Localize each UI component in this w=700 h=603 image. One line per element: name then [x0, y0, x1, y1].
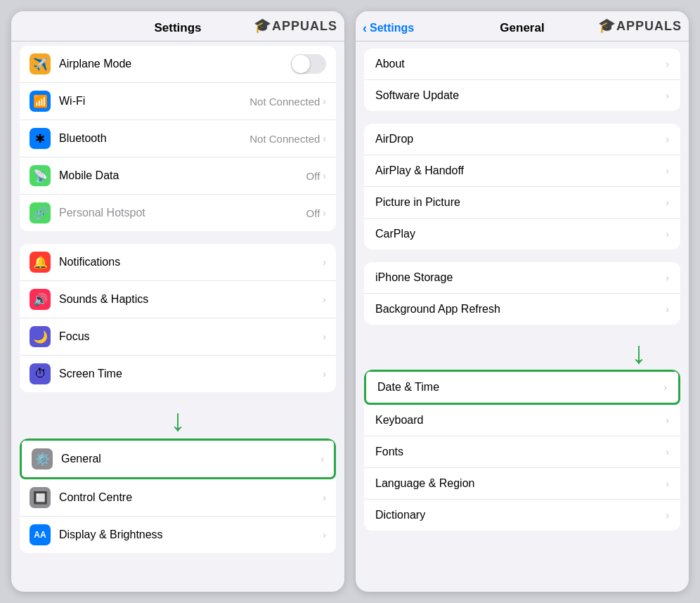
screentime-label: Screen Time: [59, 368, 323, 380]
about-label: About: [375, 58, 666, 70]
left-settings-list: ✈️ Airplane Mode 📶 Wi-Fi Not Connected ›…: [11, 41, 344, 592]
mobile-data-value: Off: [306, 170, 320, 182]
fonts-row[interactable]: Fonts ›: [364, 436, 680, 468]
right-settings-list: About › Software Update › AirDrop › AirP…: [356, 41, 689, 592]
right-title: General: [500, 21, 544, 35]
bluetooth-value: Not Connected: [249, 133, 320, 145]
date-time-label: Date & Time: [377, 381, 663, 394]
airplay-label: AirPlay & Handoff: [375, 164, 666, 177]
wifi-value: Not Connected: [249, 96, 320, 108]
right-green-arrow: ↓: [356, 337, 689, 368]
time-group: Date & Time › Keyboard › Fonts › Languag…: [364, 370, 680, 531]
display-icon: AA: [30, 524, 51, 545]
wifi-icon: 📶: [30, 91, 51, 112]
main-container: Settings 🎓APPUALS ✈️ Airplane Mode 📶 Wi-…: [0, 0, 700, 603]
software-update-label: Software Update: [375, 89, 666, 102]
about-group: About › Software Update ›: [364, 48, 680, 111]
notifications-label: Notifications: [59, 256, 323, 268]
dictionary-chevron: ›: [666, 510, 669, 521]
mobile-data-row[interactable]: 📡 Mobile Data Off ›: [20, 157, 336, 195]
sounds-icon: 🔊: [30, 289, 51, 310]
airplane-mode-row[interactable]: ✈️ Airplane Mode: [20, 46, 336, 83]
focus-label: Focus: [59, 330, 323, 343]
hotspot-icon: 🔗: [30, 202, 51, 223]
wifi-chevron: ›: [323, 96, 326, 107]
general-icon: ⚙️: [32, 448, 53, 469]
notifications-chevron: ›: [323, 257, 326, 268]
airdrop-row[interactable]: AirDrop ›: [364, 124, 680, 155]
display-row[interactable]: AA Display & Brightness ›: [20, 517, 336, 553]
date-time-chevron: ›: [663, 382, 667, 393]
notifications-icon: 🔔: [30, 252, 51, 273]
bg-refresh-row[interactable]: Background App Refresh ›: [364, 294, 680, 325]
wifi-row[interactable]: 📶 Wi-Fi Not Connected ›: [20, 83, 336, 120]
mobile-data-icon: 📡: [30, 165, 51, 186]
general-label: General: [61, 453, 320, 465]
carplay-label: CarPlay: [375, 228, 666, 240]
airplay-row[interactable]: AirPlay & Handoff ›: [364, 155, 680, 187]
sounds-row[interactable]: 🔊 Sounds & Haptics ›: [20, 281, 336, 318]
dictionary-row[interactable]: Dictionary ›: [364, 500, 680, 531]
storage-group: iPhone Storage › Background App Refresh …: [364, 262, 680, 325]
system-group: ⚙️ General › 🔲 Control Centre › AA Displ…: [20, 439, 336, 553]
language-region-chevron: ›: [666, 478, 669, 489]
pip-label: Picture in Picture: [375, 196, 666, 209]
airdrop-label: AirDrop: [375, 133, 666, 145]
airplane-icon: ✈️: [30, 53, 51, 74]
back-button[interactable]: ‹ Settings: [363, 21, 414, 36]
language-region-label: Language & Region: [375, 477, 666, 490]
iphone-storage-row[interactable]: iPhone Storage ›: [364, 262, 680, 294]
bluetooth-label: Bluetooth: [59, 132, 249, 145]
general-row[interactable]: ⚙️ General ›: [20, 439, 336, 479]
fonts-chevron: ›: [666, 446, 669, 458]
airplay-chevron: ›: [666, 165, 669, 176]
left-title: Settings: [154, 21, 201, 34]
keyboard-row[interactable]: Keyboard ›: [364, 405, 680, 436]
left-header: Settings 🎓APPUALS: [11, 11, 344, 41]
connectivity-group: ✈️ Airplane Mode 📶 Wi-Fi Not Connected ›…: [20, 46, 336, 231]
display-chevron: ›: [323, 529, 326, 540]
hotspot-value: Off: [306, 207, 320, 219]
iphone-storage-chevron: ›: [666, 272, 669, 283]
right-phone-panel: ‹ Settings General 🎓APPUALS About › Soft…: [356, 11, 689, 592]
notifications-group: 🔔 Notifications › 🔊 Sounds & Haptics › 🌙…: [20, 244, 336, 392]
about-chevron: ›: [666, 58, 669, 70]
about-row[interactable]: About ›: [364, 48, 680, 80]
back-label[interactable]: Settings: [370, 22, 414, 34]
left-phone-panel: Settings 🎓APPUALS ✈️ Airplane Mode 📶 Wi-…: [11, 11, 344, 592]
screentime-row[interactable]: ⏱ Screen Time ›: [20, 356, 336, 392]
focus-row[interactable]: 🌙 Focus ›: [20, 318, 336, 356]
focus-chevron: ›: [323, 331, 326, 342]
screentime-icon: ⏱: [30, 363, 51, 384]
software-update-row[interactable]: Software Update ›: [364, 80, 680, 111]
keyboard-label: Keyboard: [375, 414, 666, 427]
airplane-label: Airplane Mode: [59, 58, 291, 70]
back-chevron-icon: ‹: [363, 21, 367, 36]
keyboard-chevron: ›: [666, 415, 669, 426]
screentime-chevron: ›: [323, 368, 326, 380]
iphone-storage-label: iPhone Storage: [375, 271, 666, 284]
appuals-logo-left: 🎓APPUALS: [254, 17, 337, 34]
left-green-arrow: ↓: [11, 405, 344, 436]
pip-row[interactable]: Picture in Picture ›: [364, 187, 680, 219]
control-centre-row[interactable]: 🔲 Control Centre ›: [20, 479, 336, 517]
appuals-logo-right: 🎓APPUALS: [598, 17, 682, 34]
notifications-row[interactable]: 🔔 Notifications ›: [20, 244, 336, 281]
carplay-chevron: ›: [666, 228, 669, 240]
mobile-data-chevron: ›: [323, 170, 326, 181]
hotspot-row[interactable]: 🔗 Personal Hotspot Off ›: [20, 195, 336, 231]
bg-refresh-label: Background App Refresh: [375, 303, 666, 316]
display-label: Display & Brightness: [59, 529, 323, 541]
hotspot-label: Personal Hotspot: [59, 207, 306, 219]
focus-icon: 🌙: [30, 326, 51, 347]
right-header: ‹ Settings General 🎓APPUALS: [356, 11, 689, 41]
hotspot-chevron: ›: [323, 207, 326, 219]
bluetooth-row[interactable]: ✱ Bluetooth Not Connected ›: [20, 120, 336, 157]
airplane-toggle[interactable]: [291, 54, 326, 74]
carplay-row[interactable]: CarPlay ›: [364, 219, 680, 249]
mobile-data-label: Mobile Data: [59, 169, 306, 182]
language-region-row[interactable]: Language & Region ›: [364, 468, 680, 500]
fonts-label: Fonts: [375, 446, 666, 458]
date-time-row[interactable]: Date & Time ›: [364, 370, 680, 405]
sounds-chevron: ›: [323, 294, 326, 305]
